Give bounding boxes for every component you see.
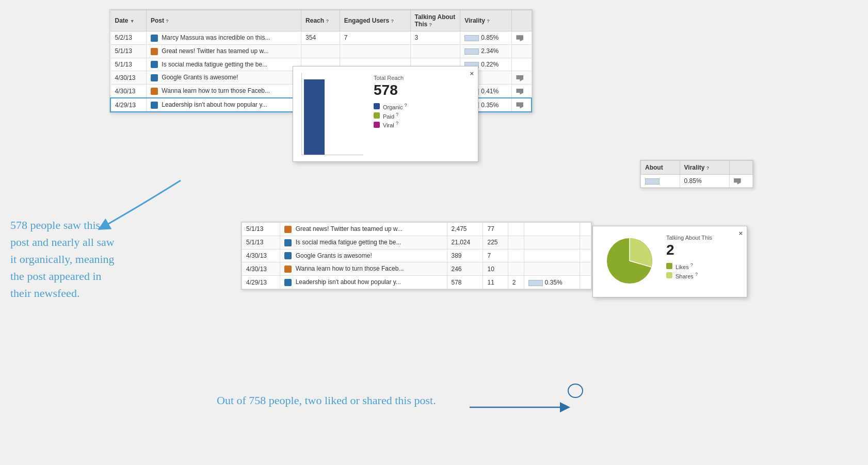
cell-talking xyxy=(508,249,524,262)
bar-organic xyxy=(304,79,325,155)
cell-talking xyxy=(508,223,524,236)
cell-post: Google Grants is awesome! xyxy=(280,249,447,262)
cell-post: Leadership isn't about how popular y... xyxy=(280,276,447,289)
sort-icon-talking[interactable]: ? xyxy=(429,22,432,27)
post-type-icon xyxy=(151,61,158,68)
table-row: 5/1/13 Great news! Twitter has teamed up… xyxy=(242,223,591,236)
cell-date: 4/30/13 xyxy=(110,85,147,98)
cell-date: 5/1/13 xyxy=(110,58,147,71)
cell-post: Marcy Massura was incredible on this... xyxy=(147,31,301,45)
cell-flag xyxy=(580,236,591,249)
cell-post: Google Grants is awesome! xyxy=(147,71,301,85)
flag-icon[interactable] xyxy=(516,75,523,81)
legend-likes-dot xyxy=(666,263,672,269)
cell-talking: 3 xyxy=(410,31,460,45)
cell-talking xyxy=(508,236,524,249)
legend-likes: Likes ? xyxy=(666,262,712,270)
cell-post: Wanna learn how to turn those Faceb... xyxy=(147,85,301,98)
cell-date: 5/2/13 xyxy=(110,31,147,45)
cell-virality xyxy=(524,262,580,276)
annotation-2: Out of 758 people, two liked or shared t… xyxy=(217,392,475,409)
pie-chart xyxy=(601,232,658,291)
sort-icon-reach[interactable]: ? xyxy=(326,19,329,24)
legend-viral-dot xyxy=(374,122,380,128)
cell-engaged: 7 xyxy=(340,31,410,45)
col-reach[interactable]: Reach ? xyxy=(301,10,340,31)
cell-flag xyxy=(580,276,591,289)
bar-chart: 600 400 200 0 xyxy=(301,73,363,155)
col-talking[interactable]: Talking About This ? xyxy=(410,10,460,31)
cell-reach: 354 xyxy=(301,31,340,45)
cell-date: 4/30/13 xyxy=(242,262,280,276)
post-type-icon xyxy=(284,239,292,246)
col-date[interactable]: Date ▼ xyxy=(110,10,147,31)
cell-engaged: 11 xyxy=(483,276,508,289)
post-type-icon xyxy=(151,88,158,95)
cell-flag xyxy=(512,58,532,71)
cell-engaged: 10 xyxy=(483,262,508,276)
cell-reach xyxy=(301,44,340,58)
flag-icon[interactable] xyxy=(734,178,741,185)
cell-engaged: 7 xyxy=(483,249,508,262)
cell-virality: 0.35% xyxy=(524,276,580,289)
post-type-icon xyxy=(151,102,158,109)
right-partial-table: About Virality ? 0.85% xyxy=(640,160,753,188)
cell-virality xyxy=(524,236,580,249)
cell-talking: 2 xyxy=(508,276,524,289)
cell-post: Leadership isn't about how popular y... xyxy=(147,98,301,112)
legend-viral: Viral ? xyxy=(374,121,407,128)
cell-virality: 0.85% xyxy=(460,31,512,45)
cell-date: 4/30/13 xyxy=(110,71,147,85)
cell-engaged xyxy=(340,44,410,58)
flag-icon[interactable] xyxy=(516,89,523,95)
legend-organic: Organic ? xyxy=(374,103,407,110)
talking-close-button[interactable]: × xyxy=(738,229,743,237)
cell-reach: 2,475 xyxy=(447,223,483,236)
cell-post: Is social media fatigue getting the be..… xyxy=(147,58,301,71)
talking-popup: × Talking About This 2 Likes ? xyxy=(592,226,747,297)
arrow-1 xyxy=(88,175,191,237)
sort-icon-engaged[interactable]: ? xyxy=(391,19,394,24)
cell-date: 4/29/13 xyxy=(242,276,280,289)
sort-icon-virality[interactable]: ? xyxy=(487,19,490,24)
sort-icon-post[interactable]: ? xyxy=(166,19,169,24)
cell-flag xyxy=(580,223,591,236)
virality-bar xyxy=(528,280,543,286)
col-engaged[interactable]: Engaged Users ? xyxy=(340,10,410,31)
virality-bar xyxy=(464,35,479,41)
right-col-virality[interactable]: Virality ? xyxy=(680,161,729,175)
flag-icon[interactable] xyxy=(516,35,523,41)
cell-date: 5/1/13 xyxy=(242,236,280,249)
right-col-about[interactable]: About xyxy=(641,161,680,175)
table-header-row: Date ▼ Post ? Reach ? Engaged Users ? Ta… xyxy=(110,10,532,31)
cell-post: Wanna learn how to turn those Faceb... xyxy=(280,262,447,276)
popup-title: Total Reach xyxy=(374,75,407,81)
cell-reach: 389 xyxy=(447,249,483,262)
col-post[interactable]: Post ? xyxy=(147,10,301,31)
cell-date: 5/1/13 xyxy=(242,223,280,236)
table-row: 4/30/13 Wanna learn how to turn those Fa… xyxy=(242,262,591,276)
table-row: 5/2/13 Marcy Massura was incredible on t… xyxy=(110,31,532,45)
post-type-icon xyxy=(284,265,292,273)
popup-legend: Organic ? Paid ? Viral ? xyxy=(374,103,407,128)
post-type-icon xyxy=(284,279,292,286)
arrow-2 xyxy=(464,392,578,423)
cell-virality xyxy=(524,249,580,262)
sort-icon[interactable]: ▼ xyxy=(130,19,135,24)
right-virality-cell: 0.85% xyxy=(680,175,729,188)
close-button[interactable]: × xyxy=(470,70,474,77)
cell-reach: 578 xyxy=(447,276,483,289)
talking-popup-legend: Likes ? Shares ? xyxy=(666,262,712,279)
virality-bar xyxy=(464,48,479,55)
cell-talking xyxy=(410,44,460,58)
legend-shares: Shares ? xyxy=(666,272,712,279)
table-row: 5/1/13 Is social media fatigue getting t… xyxy=(242,236,591,249)
flag-icon[interactable] xyxy=(516,102,523,108)
post-type-icon xyxy=(284,226,292,233)
col-virality[interactable]: Virality ? xyxy=(460,10,512,31)
post-type-icon xyxy=(284,252,292,259)
cell-flag xyxy=(512,71,532,85)
right-header-row: About Virality ? xyxy=(641,161,753,175)
right-about-cell xyxy=(641,175,680,188)
cell-post: Is social media fatigue getting the be..… xyxy=(280,236,447,249)
